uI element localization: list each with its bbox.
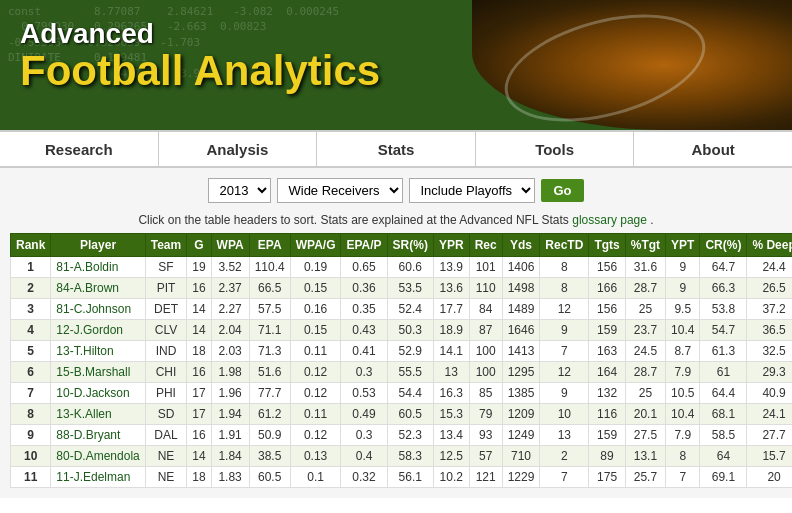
stat-cell: 16.3 [433,383,469,404]
stat-cell: 0.36 [341,278,387,299]
table-row: 710-D.JacksonPHI171.9677.70.120.5354.416… [11,383,793,404]
table-col-g[interactable]: G [187,234,211,257]
stats-table-container: RankPlayerTeamGWPAEPAWPA/GEPA/PSR(%)YPRR… [0,233,792,498]
stat-cell: 17 [187,404,211,425]
stat-cell: 7.9 [666,362,700,383]
stat-cell: 57 [469,446,502,467]
table-col-cr[interactable]: CR(%) [700,234,747,257]
stat-cell: 8 [666,446,700,467]
player-cell[interactable]: 13-K.Allen [51,404,145,425]
table-col-wpag[interactable]: WPA/G [290,234,341,257]
stat-cell: 64.4 [700,383,747,404]
player-cell[interactable]: 13-T.Hilton [51,341,145,362]
stat-cell: 18 [187,467,211,488]
table-col-rectd[interactable]: RecTD [540,234,589,257]
stat-cell: 60.5 [249,467,290,488]
table-col-deep[interactable]: % Deep [747,234,792,257]
stat-cell: 100 [469,341,502,362]
table-header-row: RankPlayerTeamGWPAEPAWPA/GEPA/PSR(%)YPRR… [11,234,793,257]
playoff-select[interactable]: Include Playoffs [409,178,535,203]
stat-cell: 2.27 [211,299,249,320]
year-select[interactable]: 2013 [208,178,271,203]
stat-cell: 12.5 [433,446,469,467]
header-main-title: Football Analytics [20,50,772,92]
stat-cell: 0.15 [290,320,341,341]
table-row: 284-A.BrownPIT162.3766.50.150.3653.513.6… [11,278,793,299]
stat-cell: 0.3 [341,425,387,446]
stat-cell: 85 [469,383,502,404]
rank-cell: 9 [11,425,51,446]
player-cell[interactable]: 10-D.Jackson [51,383,145,404]
stat-cell: 29.3 [747,362,792,383]
stat-cell: 0.53 [341,383,387,404]
stat-cell: 0.15 [290,278,341,299]
player-cell[interactable]: 12-J.Gordon [51,320,145,341]
stat-cell: 7 [540,467,589,488]
table-col-epa[interactable]: EPA [249,234,290,257]
info-text: Click on the table headers to sort. Stat… [0,209,792,233]
go-button[interactable]: Go [541,179,583,202]
stat-cell: 1406 [502,257,540,278]
stat-cell: 163 [589,341,625,362]
table-col-ypr[interactable]: YPR [433,234,469,257]
stat-cell: 2.37 [211,278,249,299]
stat-cell: 12 [540,299,589,320]
player-cell[interactable]: 15-B.Marshall [51,362,145,383]
stat-cell: DAL [145,425,186,446]
stat-cell: 13.4 [433,425,469,446]
player-cell[interactable]: 84-A.Brown [51,278,145,299]
stat-cell: 84 [469,299,502,320]
table-col-rec[interactable]: Rec [469,234,502,257]
stat-cell: 93 [469,425,502,446]
stat-cell: 58.5 [700,425,747,446]
stat-cell: 0.16 [290,299,341,320]
stat-cell: 175 [589,467,625,488]
stat-cell: 121 [469,467,502,488]
stat-cell: 2 [540,446,589,467]
stat-cell: 12 [540,362,589,383]
glossary-link[interactable]: glossary page [572,213,647,227]
stat-cell: 52.3 [387,425,433,446]
stat-cell: 23.7 [625,320,665,341]
stat-cell: 156 [589,257,625,278]
table-col-ypt[interactable]: YPT [666,234,700,257]
player-cell[interactable]: 88-D.Bryant [51,425,145,446]
stat-cell: 9 [540,383,589,404]
nav-research[interactable]: Research [0,132,159,166]
info-text-1: Click on the table headers to sort. Stat… [138,213,568,227]
table-col-epap[interactable]: EPA/P [341,234,387,257]
rank-cell: 11 [11,467,51,488]
nav-about[interactable]: About [634,132,792,166]
stat-cell: 0.35 [341,299,387,320]
table-col-tgts[interactable]: Tgts [589,234,625,257]
player-cell[interactable]: 80-D.Amendola [51,446,145,467]
stat-cell: 100 [469,362,502,383]
stat-cell: 15.7 [747,446,792,467]
rank-cell: 2 [11,278,51,299]
player-cell[interactable]: 81-C.Johnson [51,299,145,320]
table-col-sr[interactable]: SR(%) [387,234,433,257]
nav-tools[interactable]: Tools [476,132,635,166]
table-col-wpa[interactable]: WPA [211,234,249,257]
stat-cell: 0.12 [290,425,341,446]
table-col-player[interactable]: Player [51,234,145,257]
stat-cell: 16 [187,278,211,299]
stat-cell: 53.8 [700,299,747,320]
position-select[interactable]: Wide Receivers [277,178,403,203]
stat-cell: 50.3 [387,320,433,341]
stat-cell: 8.7 [666,341,700,362]
nav-stats[interactable]: Stats [317,132,476,166]
player-cell[interactable]: 11-J.Edelman [51,467,145,488]
stat-cell: 0.11 [290,341,341,362]
stat-cell: 13.6 [433,278,469,299]
stat-cell: 10.5 [666,383,700,404]
player-cell[interactable]: 81-A.Boldin [51,257,145,278]
stat-cell: NE [145,446,186,467]
table-col-yds[interactable]: Yds [502,234,540,257]
table-col-team[interactable]: Team [145,234,186,257]
table-col-rank[interactable]: Rank [11,234,51,257]
stat-cell: 0.65 [341,257,387,278]
nav-analysis[interactable]: Analysis [159,132,318,166]
stat-cell: 19 [187,257,211,278]
table-col-tgt[interactable]: %Tgt [625,234,665,257]
